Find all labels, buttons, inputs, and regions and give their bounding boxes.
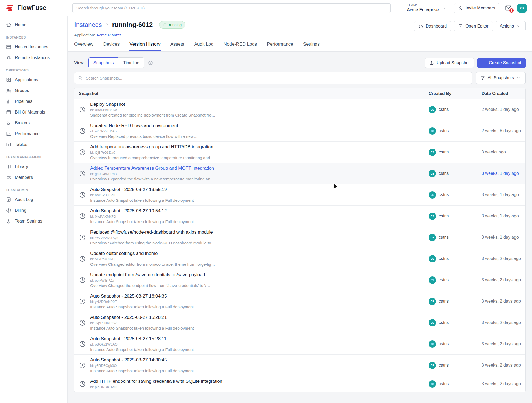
team-selector[interactable]: TEAM: Acme Enterprise: [405, 2, 448, 14]
created-by-name: cstns: [439, 341, 449, 346]
sidebar-item-audit-log[interactable]: Audit Log: [0, 194, 67, 205]
info-icon[interactable]: [148, 60, 153, 66]
sidebar-item-label: Hosted Instances: [15, 45, 48, 49]
snapshot-title-link[interactable]: Auto Snapshot - 2025-08-27 15:28:21: [90, 315, 194, 320]
tab-assets[interactable]: Assets: [170, 42, 184, 51]
team-label: TEAM:: [407, 3, 439, 7]
sidebar-item-remote-instances[interactable]: Remote Instances: [0, 52, 67, 63]
table-row[interactable]: Added Temperature Awareness Group and MQ…: [74, 163, 525, 184]
date-created: 3 weeks, 2 days ago: [477, 360, 525, 370]
snapshot-title-link[interactable]: Auto Snapshot - 2025-08-27 14:30:45: [90, 357, 194, 363]
snapshot-id: id: JxpPJNKPZw: [90, 321, 194, 325]
snapshot-search-input[interactable]: [74, 72, 472, 84]
snapshot-id: id: 0jwPAXMk7O: [90, 214, 194, 218]
team-search-input[interactable]: [72, 3, 391, 13]
upload-snapshot-button[interactable]: Upload Snapshot: [425, 58, 474, 68]
sidebar-section-team-management: TEAM MANAGEMENT: [0, 150, 67, 161]
table-row[interactable]: Auto Snapshot - 2025-08-27 16:04:35id: y…: [74, 291, 525, 312]
snapshot-title-link[interactable]: Replaced @flowfuse/node-red-dashboard wi…: [90, 230, 215, 235]
date-created: 3 weeks, 2 days ago: [477, 317, 525, 328]
view-segment-snapshots[interactable]: Snapshots: [88, 57, 119, 68]
table-row[interactable]: Auto Snapshot - 2025-08-27 19:55:19id: n…: [74, 184, 525, 205]
home-icon: [6, 22, 11, 28]
actions-button[interactable]: Actions: [496, 21, 526, 31]
sidebar-item-hosted-instances[interactable]: Hosted Instances: [0, 42, 67, 52]
chevron-right-icon: [105, 22, 110, 27]
snapshot-title-link[interactable]: Add temperature awareness group and HTTP…: [90, 144, 214, 150]
sidebar-item-library[interactable]: Library: [0, 161, 67, 172]
table-row[interactable]: Auto Snapshot - 2025-08-27 15:28:21id: J…: [74, 312, 525, 333]
snapshot-title-link[interactable]: Deploy Snapshot: [90, 102, 215, 107]
snapshot-filter-dropdown[interactable]: All Snapshots: [476, 72, 526, 84]
snapshot-title-link[interactable]: Auto Snapshot - 2025-08-27 15:28:11: [90, 336, 194, 341]
application-link[interactable]: Acme Plantzz: [97, 33, 121, 37]
date-created: 3 weeks, 2 days ago: [477, 275, 525, 285]
billing-icon: [6, 208, 11, 213]
tab-overview[interactable]: Overview: [74, 42, 93, 51]
create-snapshot-label: Create Snapshot: [489, 60, 521, 65]
table-row[interactable]: Update endpoint from /save-credentials t…: [74, 269, 525, 291]
status-badge-label: running: [169, 23, 182, 27]
date-created: 3 weeks, 2 days ago: [477, 379, 525, 389]
table-row[interactable]: Add temperature awareness group and HTTP…: [74, 141, 525, 163]
snapshot-title-link[interactable]: Auto Snapshot - 2025-08-27 19:55:19: [90, 187, 194, 192]
avatar: cs: [429, 127, 436, 135]
tab-settings[interactable]: Settings: [303, 42, 320, 51]
table-row[interactable]: Deploy Snapshotid: X3o6Bw1k9WSnapshot cr…: [74, 99, 525, 120]
date-created: 3 weeks, 2 days ago: [477, 254, 525, 264]
instance-name: running-6012: [112, 21, 153, 29]
dashboard-button[interactable]: Dashboard: [414, 21, 451, 31]
broadcast-icon: [6, 120, 11, 126]
snapshot-table-header: SnapshotCreated ByDate Created: [74, 88, 525, 99]
sidebar-item-label: Pipelines: [15, 99, 32, 104]
snapshot-title-link[interactable]: Update endpoint from /save-credentials t…: [90, 272, 210, 278]
avatar: cs: [429, 149, 436, 156]
open-editor-button[interactable]: Open Editor: [454, 21, 493, 31]
table-row[interactable]: Auto Snapshot - 2025-08-27 15:28:11id: o…: [74, 333, 525, 354]
clock-icon: [79, 380, 86, 388]
sidebar-item-label: Tables: [15, 142, 27, 147]
breadcrumb-instances-link[interactable]: Instances: [74, 21, 102, 29]
sidebar-item-pipelines[interactable]: Pipelines: [0, 96, 67, 107]
sidebar-item-tables[interactable]: Tables: [0, 139, 67, 150]
snapshot-description: Overview Replaced previous basic device …: [90, 134, 198, 139]
table-row[interactable]: Auto Snapshot - 2025-08-27 14:30:45id: y…: [74, 354, 525, 376]
create-snapshot-button[interactable]: Create Snapshot: [477, 58, 526, 68]
performance-icon: [6, 131, 11, 136]
sidebar-item-brokers[interactable]: Brokers: [0, 118, 67, 128]
sidebar-item-home[interactable]: Home: [0, 19, 67, 30]
table-row[interactable]: Replaced @flowfuse/node-red-dashboard wi…: [74, 227, 525, 248]
sidebar-item-applications[interactable]: Applications: [0, 74, 67, 85]
view-segment-timeline[interactable]: Timeline: [118, 57, 144, 68]
table-row[interactable]: Updated Node-RED flows and environmentid…: [74, 120, 525, 141]
invite-members-button[interactable]: Invite Members: [454, 3, 499, 13]
clock-icon: [79, 340, 86, 348]
table-row[interactable]: Auto Snapshot - 2025-08-27 19:54:12id: 0…: [74, 205, 525, 227]
tab-audit-log[interactable]: Audit Log: [194, 42, 214, 51]
snapshot-title-link[interactable]: Update editor settings and theme: [90, 251, 215, 256]
created-by-name: cstns: [439, 235, 449, 240]
sidebar-item-groups[interactable]: Groups: [0, 85, 67, 96]
created-by-name: cstns: [439, 363, 449, 368]
notifications-button[interactable]: 5: [505, 4, 512, 12]
flowfuse-logo[interactable]: FlowFuse: [5, 4, 68, 12]
snapshot-title-link[interactable]: Add HTTP endpoint for saving credentials…: [90, 379, 222, 384]
sidebar-item-bill-of-materials[interactable]: Bill Of Materials: [0, 107, 67, 118]
sidebar-item-members[interactable]: Members: [0, 172, 67, 183]
sidebar-item-team-settings[interactable]: Team Settings: [0, 216, 67, 227]
snapshot-title-link[interactable]: Updated Node-RED flows and environment: [90, 123, 198, 128]
snapshot-title-link[interactable]: Auto Snapshot - 2025-08-27 19:54:12: [90, 208, 194, 214]
table-row[interactable]: Add HTTP endpoint for saving credentials…: [74, 376, 525, 392]
tab-performance[interactable]: Performance: [267, 42, 293, 51]
sidebar-item-billing[interactable]: Billing: [0, 205, 67, 216]
tab-node-red-logs[interactable]: Node-RED Logs: [224, 42, 257, 51]
snapshot-title-link[interactable]: Added Temperature Awareness Group and MQ…: [90, 166, 214, 171]
page-header: Instances running-6012 running Dashboard: [68, 16, 532, 52]
sidebar-item-performance[interactable]: Performance: [0, 128, 67, 139]
tab-devices[interactable]: Devices: [103, 42, 120, 51]
snapshot-title-link[interactable]: Auto Snapshot - 2025-08-27 16:04:35: [90, 293, 194, 299]
table-row[interactable]: Update editor settings and themeid: AlRP…: [74, 248, 525, 269]
user-avatar[interactable]: cs: [517, 4, 527, 13]
app-layout: HomeINSTANCESHosted InstancesRemote Inst…: [0, 16, 532, 403]
tab-version-history[interactable]: Version History: [129, 42, 160, 51]
